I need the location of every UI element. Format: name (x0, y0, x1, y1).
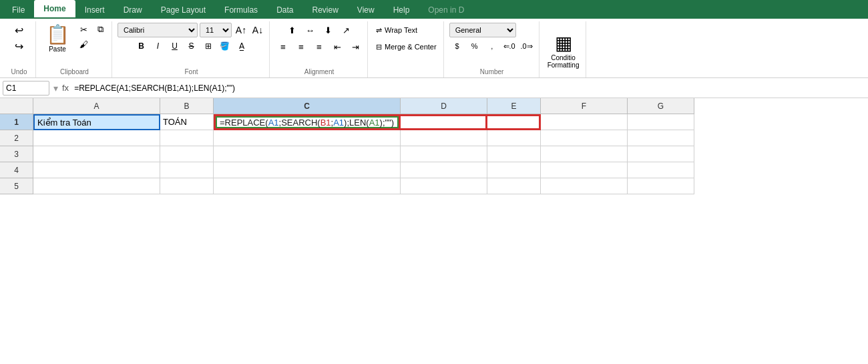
strikethrough-button[interactable]: S (184, 39, 199, 53)
cell-e5[interactable] (487, 178, 541, 194)
orientation-button[interactable]: ↗ (339, 23, 355, 37)
row-header-1[interactable]: 1 (0, 114, 33, 130)
italic-button[interactable]: I (151, 39, 166, 53)
decrease-font-button[interactable]: A↓ (250, 23, 265, 37)
undo-group: ↩ ↪ Undo (3, 21, 36, 77)
font-name-select[interactable]: Calibri (118, 23, 198, 37)
cell-a4[interactable] (33, 162, 160, 178)
cell-b5[interactable] (160, 178, 214, 194)
col-header-e[interactable]: E (487, 98, 541, 114)
cell-d1[interactable] (401, 114, 487, 130)
cell-d5[interactable] (401, 178, 487, 194)
cell-a1[interactable]: Kiểm tra Toán (33, 114, 160, 130)
tab-review[interactable]: Review (302, 1, 347, 19)
percent-button[interactable]: % (467, 39, 483, 53)
cell-e4[interactable] (487, 162, 541, 178)
wrap-text-button[interactable]: ⇌ Wrap Text (373, 23, 420, 37)
cell-f2[interactable] (541, 130, 628, 146)
increase-font-button[interactable]: A↑ (234, 23, 248, 37)
undo-button[interactable]: ↩ (9, 23, 30, 37)
increase-indent-button[interactable]: ⇥ (347, 39, 363, 54)
tab-open-in-d[interactable]: Open in D (419, 1, 473, 19)
cut-button[interactable]: ✂ (76, 23, 91, 36)
row-header-5[interactable]: 5 (0, 178, 33, 194)
col-header-d[interactable]: D (401, 98, 487, 114)
cell-b1-value: TOÁN (163, 117, 187, 127)
row-header-2[interactable]: 2 (0, 130, 33, 146)
cell-c4[interactable] (214, 162, 401, 178)
paste-button[interactable]: 📋 Paste (41, 23, 73, 55)
cell-g1[interactable] (628, 114, 694, 130)
cell-g5[interactable] (628, 178, 694, 194)
copy-button[interactable]: ⧉ (93, 23, 107, 36)
border-button[interactable]: ⊞ (201, 39, 216, 53)
col-header-c[interactable]: C (214, 98, 401, 114)
cell-c5[interactable] (214, 178, 401, 194)
cell-c1[interactable]: =REPLACE(A1;SEARCH(B1;A1);LEN(A1);"") (214, 114, 401, 130)
redo-button[interactable]: ↪ (9, 39, 30, 53)
function-icon[interactable]: fx (62, 83, 69, 93)
cell-c3[interactable] (214, 146, 401, 162)
cell-b3[interactable] (160, 146, 214, 162)
align-bottom-button[interactable]: ⬇ (320, 23, 337, 37)
col-header-b[interactable]: B (160, 98, 214, 114)
cell-g4[interactable] (628, 162, 694, 178)
number-format-select[interactable]: General (449, 23, 516, 37)
fill-color-button[interactable]: 🪣 (218, 39, 232, 53)
clipboard-group-label: Clipboard (60, 68, 89, 77)
align-middle-button[interactable]: ↔ (302, 23, 318, 37)
cell-a3[interactable] (33, 146, 160, 162)
align-right-button[interactable]: ≡ (311, 39, 327, 54)
align-top-button[interactable]: ⬆ (284, 23, 300, 37)
cell-a5[interactable] (33, 178, 160, 194)
col-header-a[interactable]: A (33, 98, 160, 114)
cell-f3[interactable] (541, 146, 628, 162)
tab-data[interactable]: Data (267, 1, 302, 19)
tab-home[interactable]: Home (34, 0, 75, 19)
row-header-4[interactable]: 4 (0, 162, 33, 178)
bold-button[interactable]: B (134, 39, 149, 53)
cell-e3[interactable] (487, 146, 541, 162)
underline-button[interactable]: U (168, 39, 182, 53)
cell-f4[interactable] (541, 162, 628, 178)
cell-d2[interactable] (401, 130, 487, 146)
cell-f5[interactable] (541, 178, 628, 194)
tab-help[interactable]: Help (384, 1, 419, 19)
decrease-indent-button[interactable]: ⇤ (329, 39, 345, 54)
decrease-decimal-button[interactable]: ⇐.0 (501, 39, 517, 53)
font-color-button[interactable]: A̲ (234, 39, 249, 53)
tab-draw[interactable]: Draw (114, 1, 152, 19)
align-center-button[interactable]: ≡ (293, 39, 309, 54)
cell-g2[interactable] (628, 130, 694, 146)
tab-formulas[interactable]: Formulas (215, 1, 267, 19)
cell-a2[interactable] (33, 130, 160, 146)
col-header-g[interactable]: G (628, 98, 694, 114)
cell-b2[interactable] (160, 130, 214, 146)
increase-decimal-button[interactable]: .0⇒ (519, 39, 535, 53)
cell-d3[interactable] (401, 146, 487, 162)
cell-reference-box[interactable] (3, 81, 49, 96)
tab-view[interactable]: View (348, 1, 384, 19)
tab-page-layout[interactable]: Page Layout (152, 1, 215, 19)
row-header-3[interactable]: 3 (0, 146, 33, 162)
cell-f1[interactable] (541, 114, 628, 130)
comma-button[interactable]: , (484, 39, 500, 53)
conditional-formatting-button[interactable]: ▦ Conditio Formatting (545, 29, 582, 71)
currency-button[interactable]: $ (449, 39, 465, 53)
undo-group-label: Undo (11, 68, 27, 77)
cell-e1[interactable] (487, 114, 541, 130)
tab-insert[interactable]: Insert (75, 1, 114, 19)
cell-b4[interactable] (160, 162, 214, 178)
formula-input[interactable] (71, 81, 865, 96)
cell-c2[interactable] (214, 130, 401, 146)
cell-d4[interactable] (401, 162, 487, 178)
format-painter-button[interactable]: 🖌 (76, 37, 91, 51)
font-size-select[interactable]: 11 (200, 23, 232, 37)
cell-e2[interactable] (487, 130, 541, 146)
merge-center-button[interactable]: ⊟ Merge & Center (373, 39, 439, 54)
cell-g3[interactable] (628, 146, 694, 162)
cell-b1[interactable]: TOÁN (160, 114, 214, 130)
col-header-f[interactable]: F (541, 98, 628, 114)
align-left-button[interactable]: ≡ (275, 39, 291, 54)
tab-file[interactable]: File (3, 1, 34, 19)
